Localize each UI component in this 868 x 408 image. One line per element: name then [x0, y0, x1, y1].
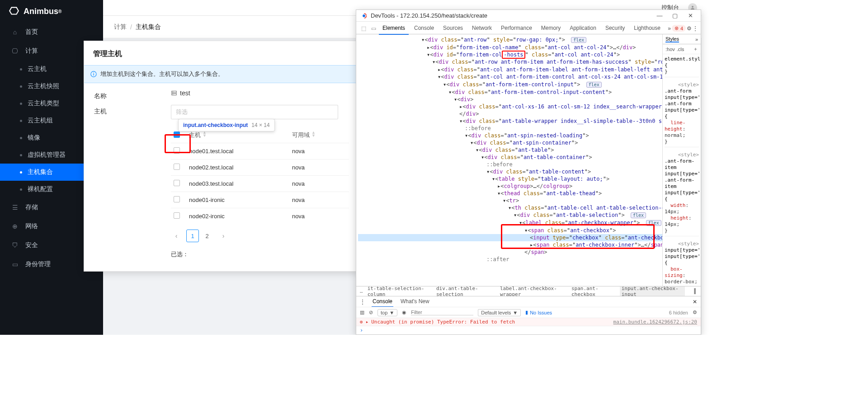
crumb-more[interactable]: … — [360, 288, 363, 294]
page-number[interactable]: 1 — [186, 230, 199, 242]
console-hidden-count[interactable]: 6 hidden — [669, 310, 688, 315]
dom-tree[interactable]: ▾<div class="ant-row" style="row-gap: 0p… — [356, 34, 662, 286]
dom-line[interactable]: </span> — [358, 249, 662, 256]
create-live-expression-icon[interactable]: ◉ — [402, 310, 406, 315]
select-all-checkbox[interactable] — [174, 131, 180, 138]
dom-line[interactable]: ▾<thead class="ant-table-thead"> — [358, 190, 662, 197]
devtools-tab-network[interactable]: Network — [468, 22, 495, 35]
dom-breadcrumb[interactable]: … it-table-selection-columndiv.ant-table… — [356, 286, 701, 296]
devtools-tab-console[interactable]: Console — [410, 22, 438, 35]
dom-line[interactable]: <input type="checkbox" class="ant-checkb… — [358, 234, 662, 241]
breadcrumb-root[interactable]: 计算 — [114, 23, 127, 31]
devtools-tab-sources[interactable]: Sources — [439, 22, 467, 35]
row-checkbox[interactable] — [174, 196, 180, 202]
crumb[interactable]: input.ant-checkbox-input — [620, 286, 685, 296]
console-prompt[interactable]: › — [356, 326, 701, 334]
dom-line[interactable]: ▾<div class="ant-table-wrapper index__sl… — [358, 117, 662, 125]
dom-line[interactable]: ▾<tr> — [358, 197, 662, 204]
window-close[interactable]: ✕ — [684, 12, 696, 19]
table-row[interactable]: node03.test.localnova — [171, 176, 349, 192]
nav-home[interactable]: ⌂ 首页 — [0, 23, 103, 42]
window-minimize[interactable]: ― — [654, 12, 665, 19]
dom-line[interactable]: ▾<span class="ant-checkbox"> — [358, 227, 662, 234]
drawer-more-icon[interactable]: ⋮ — [360, 299, 365, 305]
crumb[interactable]: span.ant-checkbox — [571, 286, 615, 296]
console-settings-icon[interactable]: ⚙ — [693, 310, 697, 315]
console-clear-icon[interactable]: ⊘ — [369, 310, 373, 315]
console-filter[interactable] — [411, 310, 473, 315]
row-checkbox[interactable] — [174, 212, 180, 219]
col-zone[interactable]: 可用域▲▼ — [289, 127, 349, 143]
devtools-tab-lighthouse[interactable]: Lighthouse — [630, 22, 664, 35]
table-row[interactable]: node01.test.localnova — [171, 143, 349, 159]
crumb[interactable]: it-table-selection-column — [368, 286, 432, 296]
dom-line[interactable]: ▸<div class="ant-col-xs-16 ant-col-sm-12… — [358, 103, 662, 110]
table-row[interactable]: node02-ironicnova — [171, 208, 349, 225]
tabs-overflow-icon[interactable]: » — [668, 25, 671, 32]
styles-tab[interactable]: Styles — [665, 36, 679, 42]
page-number[interactable]: 2 — [201, 230, 213, 242]
console-tab[interactable]: What's New — [400, 296, 430, 307]
dom-line[interactable]: ▾<label class="ant-checkbox-wrapper"> fl… — [358, 219, 662, 227]
hov-toggle[interactable]: :hov — [665, 47, 675, 52]
dom-line[interactable]: ▾<div class="ant-col ant-form-item-contr… — [358, 73, 662, 81]
devtools-tab-security[interactable]: Security — [602, 22, 628, 35]
dom-line[interactable]: ▾<div class="ant-spin-container"> — [358, 139, 662, 146]
styles-body[interactable]: element.style {}<style>.ant-form input[t… — [663, 54, 701, 286]
sort-icon[interactable]: ▲▼ — [203, 131, 207, 137]
dom-line[interactable]: ▾<th class="ant-table-cell ant-table-sel… — [358, 204, 662, 211]
pager-prev[interactable]: ‹ — [171, 230, 182, 241]
dom-line[interactable]: ▸<span class="ant-checkbox-inner">…</spa… — [358, 241, 662, 249]
console-issues[interactable]: ▮ No Issues — [525, 310, 552, 315]
crumb[interactable]: div.ant-table-selection — [436, 286, 495, 296]
cls-toggle[interactable]: .cls — [677, 47, 684, 52]
error-indicator[interactable]: ⊗ 4 — [672, 25, 686, 32]
toggle-device-icon[interactable]: ▭ — [369, 25, 378, 32]
window-maximize[interactable]: ▢ — [669, 12, 681, 19]
more-icon[interactable]: ⋮ — [693, 25, 698, 32]
styles-overflow-icon[interactable]: » — [695, 37, 698, 42]
pager-next[interactable]: › — [218, 230, 229, 241]
devtools-tab-application[interactable]: Application — [566, 22, 600, 35]
console-error-row[interactable]: ⊗ ▸ Uncaught (in promise) TypeError: Fai… — [356, 318, 701, 326]
sort-icon[interactable]: ▲▼ — [311, 131, 316, 137]
settings-icon[interactable]: ⚙ — [687, 25, 692, 32]
dom-line[interactable]: ▾<div class="ant-row ant-form-item ant-f… — [358, 58, 662, 66]
dom-line[interactable]: ▾<div id="form-item-col-hosts" class="an… — [358, 51, 662, 58]
dom-line[interactable]: ▾<div class="ant-table-container"> — [358, 154, 662, 161]
crumb[interactable]: label.ant-checkbox-wrapper — [500, 286, 567, 296]
dom-line[interactable]: ▾<div class="ant-table-selection"> flex — [358, 211, 662, 219]
console-tab[interactable]: Console — [372, 296, 393, 307]
dom-line[interactable]: ▾<div class="ant-form-item-control-input… — [358, 89, 662, 96]
dom-line[interactable]: ::before — [358, 161, 662, 168]
devtools-titlebar[interactable]: DevTools - 172.20.154.250/heat/stack/cre… — [356, 10, 701, 22]
dom-line[interactable]: ▾<div class="ant-spin-nested-loading"> — [358, 132, 662, 139]
console-levels[interactable]: Default levels ▼ — [478, 309, 521, 316]
console-error-source[interactable]: main.bundle.1624296672.js:20 — [613, 319, 697, 325]
table-row[interactable]: node02.test.localnova — [171, 159, 349, 176]
console-context[interactable]: top ▼ — [377, 309, 397, 316]
new-style-icon[interactable]: ＋ — [693, 46, 698, 52]
dom-line[interactable]: ▾<table style="table-layout: auto;"> — [358, 175, 662, 183]
filter-input[interactable]: 筛选 — [171, 105, 338, 119]
row-checkbox[interactable] — [174, 147, 180, 154]
dom-line[interactable]: ▾<div class="ant-table"> — [358, 146, 662, 154]
dom-line[interactable]: ▸<div class="ant-col ant-form-item-label… — [358, 66, 662, 73]
dom-line[interactable]: ▾<div class="ant-row" style="row-gap: 0p… — [358, 36, 662, 44]
inspect-element-icon[interactable]: ⬚ — [359, 25, 368, 32]
devtools-tab-memory[interactable]: Memory — [538, 22, 564, 35]
crumb-scrollbar[interactable]: ▌ — [694, 288, 697, 294]
dom-line[interactable]: </div> — [358, 110, 662, 117]
drawer-close-icon[interactable]: ✕ — [693, 299, 697, 305]
dom-line[interactable]: ▸<div id="form-item-col-name" class="ant… — [358, 44, 662, 51]
table-row[interactable]: node01-ironicnova — [171, 192, 349, 208]
row-checkbox[interactable] — [174, 180, 180, 186]
dom-line[interactable]: ▾<div class="ant-table-content"> — [358, 168, 662, 175]
dom-line[interactable]: ::after — [358, 256, 662, 263]
dom-line[interactable]: ▾<div class="ant-form-item-control-input… — [358, 81, 662, 89]
dom-line[interactable]: ▾<div> — [358, 96, 662, 103]
row-checkbox[interactable] — [174, 164, 180, 170]
dom-line[interactable]: ::before — [358, 125, 662, 132]
devtools-tab-elements[interactable]: Elements — [379, 22, 409, 35]
devtools-tab-performance[interactable]: Performance — [497, 22, 536, 35]
